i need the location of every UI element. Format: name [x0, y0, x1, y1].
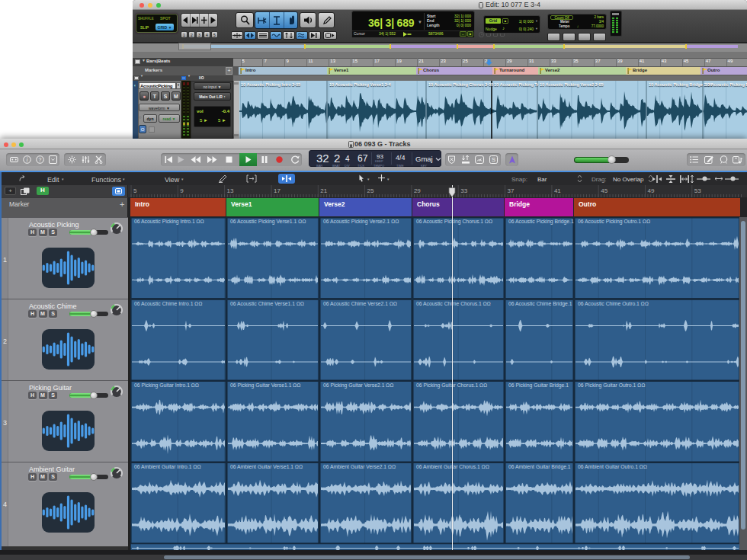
- svg-text:i: i: [26, 156, 27, 163]
- svg-text:?: ?: [39, 157, 42, 162]
- svg-text:53: 53: [694, 187, 701, 194]
- svg-text:17: 17: [274, 187, 281, 194]
- svg-text:13: 13: [227, 187, 234, 194]
- svg-text:5: 5: [133, 187, 137, 194]
- svg-text:9: 9: [180, 187, 184, 194]
- svg-text:25: 25: [367, 187, 374, 194]
- svg-text:33: 33: [460, 187, 467, 194]
- svg-text:49: 49: [648, 187, 655, 194]
- svg-text:S: S: [492, 156, 495, 163]
- svg-text:45: 45: [601, 187, 608, 194]
- svg-text:21: 21: [320, 187, 327, 194]
- svg-text:37: 37: [508, 187, 515, 194]
- svg-text:29: 29: [414, 187, 421, 194]
- svg-text:41: 41: [554, 187, 561, 194]
